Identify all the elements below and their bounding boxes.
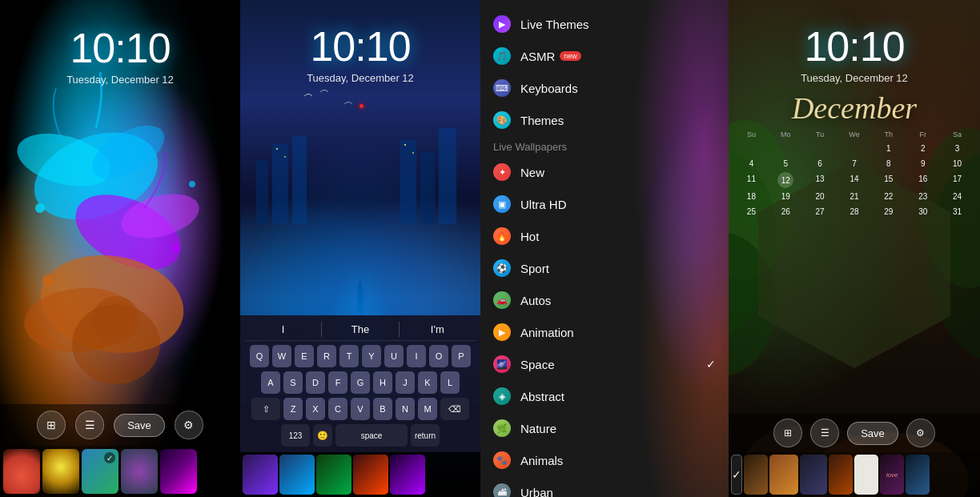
s4-thumb-4[interactable] <box>829 455 853 495</box>
thumb-galaxy[interactable] <box>121 449 158 494</box>
cal-cell[interactable]: 16 <box>906 172 939 188</box>
cal-cell[interactable]: 18 <box>735 190 768 203</box>
menu-item-themes[interactable]: 🎨 Themes <box>480 104 729 136</box>
s4-thumb-check[interactable]: ✓ <box>731 455 742 495</box>
key-t[interactable]: T <box>339 345 359 367</box>
key-m[interactable]: M <box>418 398 437 420</box>
menu-item-animation[interactable]: ▶ Animation <box>480 316 729 348</box>
key-h[interactable]: H <box>373 371 392 394</box>
menu-item-uhd[interactable]: ▣ Ultra HD <box>480 188 729 220</box>
s2-thumb-4[interactable] <box>353 455 388 495</box>
s2-thumb-5[interactable] <box>390 455 425 495</box>
cal-cell[interactable]: 5 <box>769 157 802 170</box>
key-o[interactable]: O <box>429 345 448 367</box>
cal-cell[interactable]: 4 <box>735 157 768 170</box>
s4-list-button[interactable]: ☰ <box>810 419 839 447</box>
s4-save-button[interactable]: Save <box>847 422 898 445</box>
menu-item-abstract[interactable]: ◈ Abstract <box>480 380 729 412</box>
key-v[interactable]: V <box>351 398 370 420</box>
key-b[interactable]: B <box>373 398 392 420</box>
cal-cell[interactable]: 7 <box>838 157 871 170</box>
cal-cell[interactable]: 15 <box>872 172 905 188</box>
menu-item-new[interactable]: ✦ New <box>480 156 729 188</box>
key-e[interactable]: E <box>295 345 314 367</box>
key-j[interactable]: J <box>396 371 415 394</box>
key-delete[interactable]: ⌫ <box>440 398 469 420</box>
cal-cell[interactable]: 29 <box>872 205 905 218</box>
cal-cell[interactable]: 6 <box>804 157 837 170</box>
thumb-abstract[interactable] <box>160 449 197 494</box>
cal-cell[interactable]: 26 <box>769 205 802 218</box>
s4-thumb-7[interactable] <box>906 455 930 495</box>
key-shift[interactable]: ⇧ <box>251 398 280 420</box>
suggestion-the[interactable]: The <box>322 322 399 337</box>
cal-cell[interactable]: 22 <box>872 190 905 203</box>
menu-item-asmr[interactable]: 🎵 ASMR new <box>480 40 729 72</box>
cal-cell[interactable]: 21 <box>838 190 871 203</box>
cal-cell-today[interactable]: 12 <box>777 172 793 188</box>
menu-item-hot[interactable]: 🔥 Hot <box>480 220 729 252</box>
key-space[interactable]: space <box>335 424 408 447</box>
key-x[interactable]: X <box>306 398 325 420</box>
key-g[interactable]: G <box>351 371 370 394</box>
cal-cell[interactable]: 24 <box>941 190 974 203</box>
key-k[interactable]: K <box>418 371 437 394</box>
cal-cell[interactable]: 30 <box>906 205 939 218</box>
cal-cell[interactable]: 9 <box>906 157 939 170</box>
key-i[interactable]: I <box>407 345 426 367</box>
menu-item-sport[interactable]: ⚽ Sport <box>480 252 729 284</box>
key-c[interactable]: C <box>328 398 347 420</box>
cal-cell[interactable] <box>804 142 837 155</box>
key-r[interactable]: R <box>317 345 336 367</box>
thumb-starburst[interactable] <box>42 449 79 494</box>
key-return[interactable]: return <box>411 424 440 447</box>
s4-thumb-3[interactable] <box>800 455 827 495</box>
key-f[interactable]: F <box>328 371 347 394</box>
cal-cell[interactable] <box>735 142 768 155</box>
menu-item-space[interactable]: 🌌 Space ✓ <box>480 348 729 380</box>
thumb-flower[interactable] <box>3 449 40 494</box>
cal-cell[interactable]: 3 <box>941 142 974 155</box>
key-q[interactable]: Q <box>250 345 269 367</box>
cal-cell[interactable]: 23 <box>906 190 939 203</box>
list-button[interactable]: ☰ <box>75 411 104 439</box>
cal-cell[interactable] <box>838 142 871 155</box>
s4-thumb-2[interactable] <box>744 455 768 495</box>
key-d[interactable]: D <box>306 371 325 394</box>
cal-cell[interactable]: 8 <box>872 157 905 170</box>
menu-item-animals[interactable]: 🐾 Animals <box>480 444 729 476</box>
s2-thumb-2[interactable] <box>279 455 315 495</box>
cal-cell[interactable]: 27 <box>804 205 837 218</box>
cal-cell[interactable]: 25 <box>735 205 768 218</box>
key-123[interactable]: 123 <box>281 424 310 447</box>
menu-item-live-themes[interactable]: ▶ Live Themes <box>480 8 729 40</box>
s2-thumb-3[interactable] <box>316 455 351 495</box>
key-p[interactable]: P <box>452 345 471 367</box>
s4-thumb-white[interactable] <box>854 455 878 495</box>
menu-item-urban[interactable]: 🏙 Urban <box>480 476 729 497</box>
settings-button[interactable]: ⚙ <box>175 411 203 439</box>
key-z[interactable]: Z <box>283 398 303 420</box>
menu-item-nature[interactable]: 🌿 Nature <box>480 412 729 444</box>
key-l[interactable]: L <box>440 371 460 394</box>
s4-grid-button[interactable]: ⊞ <box>773 419 802 447</box>
cal-cell[interactable]: 17 <box>941 172 974 188</box>
s4-thumb-travel[interactable] <box>769 455 798 495</box>
cal-cell[interactable] <box>769 142 802 155</box>
cal-cell[interactable]: 10 <box>941 157 974 170</box>
s2-thumb-1[interactable] <box>243 455 278 495</box>
key-w[interactable]: W <box>272 345 291 367</box>
suggestion-im[interactable]: I'm <box>400 322 476 337</box>
suggestion-i[interactable]: I <box>245 322 322 337</box>
grid-button[interactable]: ⊞ <box>37 411 66 439</box>
menu-item-autos[interactable]: 🚗 Autos <box>480 284 729 316</box>
key-y[interactable]: Y <box>362 345 381 367</box>
s4-settings-button[interactable]: ⚙ <box>906 419 935 447</box>
thumb-city-selected[interactable] <box>82 449 118 494</box>
cal-cell[interactable]: 2 <box>906 142 939 155</box>
cal-cell[interactable]: 1 <box>872 142 905 155</box>
cal-cell[interactable]: 20 <box>804 190 837 203</box>
key-a[interactable]: A <box>261 371 280 394</box>
cal-cell[interactable]: 13 <box>804 172 837 188</box>
cal-cell[interactable]: 19 <box>769 190 802 203</box>
